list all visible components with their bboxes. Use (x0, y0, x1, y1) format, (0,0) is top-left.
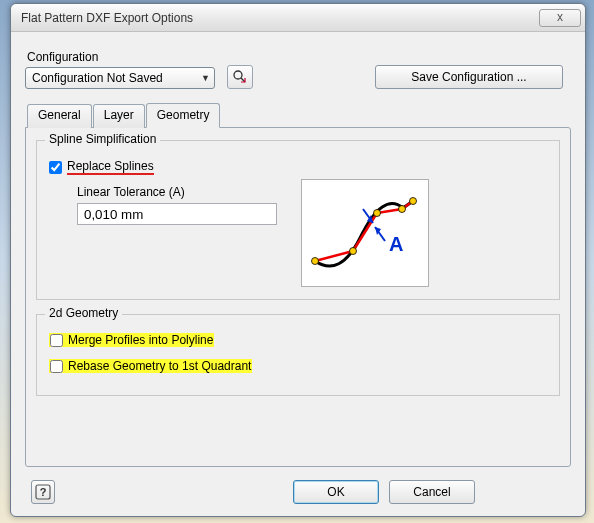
linear-tolerance-label: Linear Tolerance (A) (77, 185, 277, 199)
rebase-geometry-label: Rebase Geometry to 1st Quadrant (68, 359, 251, 373)
merge-profiles-checkbox[interactable] (50, 334, 63, 347)
spline-diagram-icon: A (305, 183, 425, 283)
refresh-config-button[interactable] (227, 65, 253, 89)
linear-tolerance-input[interactable] (77, 203, 277, 225)
help-button[interactable]: ? (31, 480, 55, 504)
tab-general[interactable]: General (27, 104, 92, 128)
tab-geometry[interactable]: Geometry (146, 103, 221, 128)
rebase-geometry-checkbox[interactable] (50, 360, 63, 373)
help-icon: ? (35, 484, 51, 500)
2d-geometry-group: 2d Geometry Merge Profiles into Polyline… (36, 314, 560, 396)
replace-splines-label: Replace Splines (67, 159, 154, 175)
configuration-label: Configuration (27, 50, 215, 64)
configuration-selected: Configuration Not Saved (32, 71, 163, 85)
close-button[interactable]: x (539, 9, 581, 27)
title-text: Flat Pattern DXF Export Options (21, 11, 539, 25)
configuration-dropdown[interactable]: Configuration Not Saved ▼ (25, 67, 215, 89)
svg-point-10 (410, 198, 417, 205)
spline-group-legend: Spline Simplification (45, 132, 160, 146)
svg-point-7 (350, 248, 357, 255)
svg-line-3 (353, 213, 377, 251)
dialog-content: Configuration Configuration Not Saved ▼ … (11, 32, 585, 516)
cancel-button[interactable]: Cancel (389, 480, 475, 504)
svg-point-9 (399, 206, 406, 213)
svg-point-6 (312, 258, 319, 265)
merge-profiles-label: Merge Profiles into Polyline (68, 333, 213, 347)
chevron-down-icon: ▼ (201, 73, 210, 83)
replace-splines-checkbox[interactable] (49, 161, 62, 174)
ok-button[interactable]: OK (293, 480, 379, 504)
svg-text:?: ? (40, 486, 47, 498)
spline-simplification-group: Spline Simplification Replace Splines Li… (36, 140, 560, 300)
spline-illustration: A (301, 179, 429, 287)
search-arrow-icon (232, 69, 248, 85)
svg-point-0 (234, 71, 242, 79)
dxf-export-dialog: Flat Pattern DXF Export Options x Config… (10, 3, 586, 517)
svg-point-8 (374, 210, 381, 217)
titlebar: Flat Pattern DXF Export Options x (11, 4, 585, 32)
save-configuration-button[interactable]: Save Configuration ... (375, 65, 563, 89)
tab-layer[interactable]: Layer (93, 104, 145, 128)
2d-geometry-legend: 2d Geometry (45, 306, 122, 320)
tabpanel-geometry: Spline Simplification Replace Splines Li… (25, 127, 571, 467)
tabs: General Layer Geometry (27, 103, 571, 127)
svg-text:A: A (389, 233, 403, 255)
